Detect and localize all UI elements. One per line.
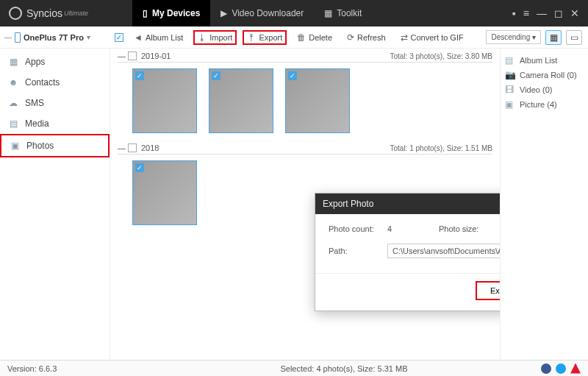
apps-icon: ▦ (7, 56, 19, 68)
titlebar: Syncios Ultimate ▯ My Devices ▶ Video Do… (0, 0, 588, 26)
device-toolbar-row: — OnePlus 7T Pro ▾ ◄Album List ⭳Import ⭱… (0, 26, 588, 49)
maximize-icon[interactable]: ◻ (554, 7, 563, 19)
select-all-checkbox[interactable] (115, 33, 123, 42)
album-video[interactable]: 🎞Video (0) (505, 82, 584, 97)
tab-label: Video Downloader (232, 8, 304, 18)
sidenav-sms[interactable]: ☁SMS (0, 93, 110, 113)
photos-icon: ▣ (9, 140, 21, 152)
sidenav-apps[interactable]: ▦Apps (0, 52, 110, 72)
path-input[interactable] (387, 244, 500, 258)
photo-count-label: Photo count: (329, 224, 380, 233)
group-checkbox[interactable] (128, 143, 137, 152)
thumb-checkbox[interactable]: ✓ (135, 71, 144, 80)
thumb-checkbox[interactable]: ✓ (288, 71, 297, 80)
tab-toolkit[interactable]: ▦ Toolkit (314, 0, 372, 26)
list-icon: ▤ (505, 55, 515, 65)
trash-icon: 🗑 (297, 32, 306, 43)
photo-thumbnail[interactable]: ✓ (132, 68, 197, 133)
status-bar: Version: 6.6.3 Selected: 4 photo(s), Siz… (0, 360, 588, 376)
group-meta: Total: 3 photo(s), Size: 3.80 MB (390, 52, 492, 60)
close-icon[interactable]: ✕ (570, 7, 579, 19)
device-name: OnePlus 7T Pro (24, 33, 84, 42)
device-icon (15, 32, 21, 43)
minimize-icon[interactable]: — (537, 7, 547, 19)
device-selector[interactable]: — OnePlus 7T Pro ▾ (0, 32, 110, 43)
convert-icon: ⇄ (401, 32, 408, 43)
sidenav-contacts[interactable]: ☻Contacts (0, 72, 110, 93)
photo-thumbnail[interactable]: ✓ (132, 160, 197, 225)
group-meta: Total: 1 photo(s), Size: 1.51 MB (390, 144, 492, 152)
photo-thumbnail[interactable]: ✓ (209, 68, 273, 133)
export-button[interactable]: ⭱Export (243, 30, 287, 45)
tab-video-downloader[interactable]: ▶ Video Downloader (210, 0, 314, 26)
grid-icon: ▦ (324, 8, 332, 18)
menu-icon[interactable]: ≡ (523, 7, 529, 19)
group-header[interactable]: — 2018 Total: 1 photo(s), Size: 1.51 MB (118, 143, 492, 155)
selection-status: Selected: 4 photo(s), Size: 5.31 MB (147, 364, 541, 373)
sort-dropdown[interactable]: Descending ▾ (486, 30, 541, 44)
sidenav-photos[interactable]: ▣Photos (0, 134, 110, 157)
view-grid-button[interactable]: ▦ (545, 30, 562, 45)
import-icon: ⭳ (198, 32, 207, 43)
refresh-icon: ⟳ (347, 32, 354, 43)
sidenav: ▦Apps ☻Contacts ☁SMS ▤Media ▣Photos (0, 49, 110, 360)
album-picture[interactable]: ▣Picture (4) (505, 97, 584, 112)
dialog-titlebar: Export Photo ✕ (315, 194, 500, 214)
facebook-icon[interactable] (541, 363, 551, 374)
collapse-icon[interactable]: — (118, 52, 125, 60)
export-photo-dialog: Export Photo ✕ Photo count: 4 Photo size… (315, 193, 500, 311)
album-list-panel: ▤Album List 📷Camera Roll (0) 🎞Video (0) … (500, 49, 588, 360)
album-list-root[interactable]: ▤Album List (505, 53, 584, 68)
refresh-button[interactable]: ⟳Refresh (343, 30, 390, 45)
thumb-checkbox[interactable]: ✓ (212, 71, 220, 80)
photo-thumbnail[interactable]: ✓ (285, 68, 350, 133)
view-calendar-button[interactable]: ▭ (566, 30, 582, 45)
group-header[interactable]: — 2019-01 Total: 3 photo(s), Size: 3.80 … (118, 52, 492, 63)
dialog-title: Export Photo (323, 199, 373, 209)
photo-count-value: 4 (387, 224, 431, 233)
sms-icon: ☁ (7, 97, 19, 109)
path-label: Path: (329, 246, 380, 255)
collapse-icon[interactable]: — (118, 143, 125, 152)
app-name: Syncios (26, 7, 62, 19)
photo-content: — 2019-01 Total: 3 photo(s), Size: 3.80 … (110, 49, 500, 360)
video-icon: 🎞 (505, 85, 515, 95)
version-label: Version: 6.6.3 (0, 364, 147, 373)
weibo-icon[interactable] (570, 363, 581, 374)
app-edition: Ultimate (64, 10, 88, 17)
dialog-footer: Export Cancel (315, 273, 500, 311)
delete-button[interactable]: 🗑Delete (293, 30, 337, 45)
window-controls: ▪ ≡ — ◻ ✕ (512, 7, 588, 19)
group-checkbox[interactable] (128, 52, 137, 60)
main-area: ▦Apps ☻Contacts ☁SMS ▤Media ▣Photos — 20… (0, 49, 588, 360)
twitter-icon[interactable] (556, 363, 566, 374)
tab-my-devices[interactable]: ▯ My Devices (132, 0, 210, 26)
album-list-button[interactable]: ◄Album List (129, 30, 187, 45)
back-arrow-icon: ◄ (134, 32, 143, 43)
picture-icon: ▣ (505, 99, 515, 110)
feedback-icon[interactable]: ▪ (512, 7, 516, 19)
chevron-down-icon: ▾ (87, 33, 90, 41)
export-icon: ⭱ (247, 32, 256, 43)
tab-label: My Devices (152, 8, 200, 18)
dialog-body: Photo count: 4 Photo size: 5.31 MB Path:… (315, 214, 500, 273)
syncios-logo-icon (9, 7, 22, 20)
play-icon: ▶ (220, 8, 227, 18)
phone-icon: ▯ (143, 8, 148, 18)
grid-view-icon: ▦ (550, 32, 558, 43)
toolbar-right: Descending ▾ ▦ ▭ (486, 30, 588, 45)
main-tabs: ▯ My Devices ▶ Video Downloader ▦ Toolki… (132, 0, 372, 26)
album-camera-roll[interactable]: 📷Camera Roll (0) (505, 68, 584, 82)
thumb-checkbox[interactable]: ✓ (135, 163, 144, 172)
photo-group: — 2019-01 Total: 3 photo(s), Size: 3.80 … (110, 49, 500, 141)
import-button[interactable]: ⭳Import (193, 30, 237, 45)
camera-icon: 📷 (505, 70, 515, 80)
photo-toolbar: ◄Album List ⭳Import ⭱Export 🗑Delete ⟳Ref… (110, 30, 486, 45)
thumbnail-row: ✓ ✓ ✓ (118, 63, 492, 141)
group-label: 2018 (141, 143, 390, 152)
sidenav-media[interactable]: ▤Media (0, 113, 110, 134)
convert-gif-button[interactable]: ⇄Convert to GIF (396, 30, 468, 45)
dialog-export-button[interactable]: Export (476, 281, 500, 300)
photo-size-label: Photo size: (439, 224, 498, 233)
group-label: 2019-01 (141, 52, 390, 60)
